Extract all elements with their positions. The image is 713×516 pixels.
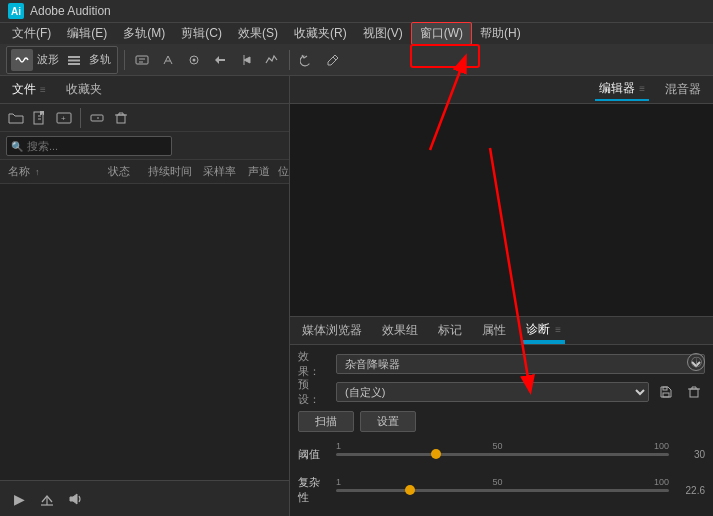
svg-rect-3 [136,56,148,64]
toolbar-btn-4[interactable] [209,49,231,71]
title-text: Adobe Audition [30,4,111,18]
toolbar-btn-2[interactable] [157,49,179,71]
svg-rect-18 [117,115,125,123]
search-wrap: 🔍 [6,136,283,156]
left-panel: 文件 ≡ 收藏夹 + + [0,76,290,516]
rename-btn[interactable] [87,108,107,128]
transport-bar: ▶ [0,480,289,516]
toolbar-btn-pen[interactable] [322,49,344,71]
svg-rect-27 [690,389,698,397]
file-tabs: 文件 ≡ 收藏夹 [0,76,289,104]
properties-tab[interactable]: 属性 [478,320,510,341]
bookmark-tab-label: 收藏夹 [66,81,102,98]
threshold-row: 阈值 1 50 100 30 [298,443,705,465]
action-row: 扫描 设置 [298,409,705,433]
toolbar-btn-6[interactable] [261,49,283,71]
file-tab[interactable]: 文件 ≡ [8,79,50,100]
col-channel-header[interactable]: 声道 [248,164,278,179]
threshold-label: 阈值 [298,447,330,462]
complexity-label: 复杂性 [298,475,330,505]
diagnostic-tab-menu[interactable]: ≡ [555,324,561,335]
toolbar-divider-1 [124,50,125,70]
col-state-header[interactable]: 状态 [108,164,148,179]
threshold-section: 阈值 1 50 100 30 [298,443,705,469]
effect-select[interactable]: 杂音降噪器 [336,354,705,374]
svg-rect-1 [68,59,80,61]
file-tab-label: 文件 [12,81,36,98]
bottom-tabs: 媒体浏览器 效果组 标记 属性 诊断 ≡ [290,317,713,345]
menu-view[interactable]: 视图(V) [355,23,411,44]
col-sample-header[interactable]: 采样率 [203,164,248,179]
menu-window[interactable]: 窗口(W) [411,22,472,45]
toolbar-btn-1[interactable] [131,49,153,71]
menu-help[interactable]: 帮助(H) [472,23,529,44]
file-toolbar: + + [0,104,289,132]
diagnostic-tab[interactable]: 诊断 ≡ [522,319,565,342]
toolbar-btn-3[interactable] [183,49,205,71]
complexity-row: 复杂性 1 50 100 22.6 [298,479,705,501]
effect-label: 效果： [298,349,330,379]
svg-point-8 [193,58,196,61]
col-duration-header[interactable]: 持续时间 [148,164,203,179]
diagnostic-content: ⓘ 效果： 杂音降噪器 预设： (自定义) [290,345,713,516]
menu-file[interactable]: 文件(F) [4,23,59,44]
bookmark-tab[interactable]: 收藏夹 [62,79,106,100]
preset-select[interactable]: (自定义) [336,382,649,402]
menu-effects[interactable]: 效果(S) [230,23,286,44]
svg-rect-26 [663,387,667,390]
threshold-value: 30 [675,449,705,460]
scan-btn[interactable]: 扫描 [298,411,354,432]
editor-tab-label: 编辑器 [599,80,635,97]
preset-delete-btn[interactable] [683,381,705,403]
view-mode-group: 波形 多轨 [6,46,118,74]
effect-row: 效果： 杂音降噪器 [298,353,705,375]
effects-group-tab[interactable]: 效果组 [378,320,422,341]
search-input[interactable] [6,136,172,156]
marker-tab[interactable]: 标记 [434,320,466,341]
menu-favorites[interactable]: 收藏夹(R) [286,23,355,44]
main-content: 文件 ≡ 收藏夹 + + [0,76,713,516]
import-btn[interactable]: + [54,108,74,128]
wave-view-btn[interactable] [11,49,33,71]
menu-clip[interactable]: 剪辑(C) [173,23,230,44]
svg-text:+: + [61,114,66,123]
info-icon[interactable]: ⓘ [687,353,705,371]
mixer-tab[interactable]: 混音器 [661,79,705,100]
file-list-header: 名称 ↑ 状态 持续时间 采样率 声道 位 [0,160,289,184]
editor-tabs: 编辑器 ≡ 混音器 [290,76,713,104]
new-file-btn[interactable]: + [30,108,50,128]
svg-rect-0 [68,56,80,58]
play-btn[interactable]: ▶ [8,488,30,510]
preset-row: 预设： (自定义) [298,381,705,403]
export-btn[interactable] [36,488,58,510]
file-toolbar-divider [80,108,81,128]
complexity-slider[interactable] [336,489,669,492]
threshold-marks: 1 50 100 [336,441,669,451]
editor-area [290,104,713,316]
mixer-tab-label: 混音器 [665,81,701,98]
delete-btn[interactable] [111,108,131,128]
menu-edit[interactable]: 编辑(E) [59,23,115,44]
toolbar-btn-undo[interactable] [296,49,318,71]
settings-btn[interactable]: 设置 [360,411,416,432]
file-tab-menu-icon[interactable]: ≡ [40,84,46,95]
file-list-area [0,184,289,480]
sort-icon: ↑ [35,167,40,177]
menu-bar: 文件(F) 编辑(E) 多轨(M) 剪辑(C) 效果(S) 收藏夹(R) 视图(… [0,22,713,44]
open-folder-btn[interactable] [6,108,26,128]
media-browser-tab[interactable]: 媒体浏览器 [298,320,366,341]
multitrack-label: 多轨 [87,52,113,67]
volume-btn[interactable] [64,488,86,510]
app-icon: Ai [8,3,24,19]
threshold-scale: 1 50 100 [336,453,669,456]
multitrack-view-btn[interactable] [63,49,85,71]
editor-tab-menu-icon[interactable]: ≡ [639,83,645,94]
complexity-scale: 1 50 100 [336,489,669,492]
threshold-slider[interactable] [336,453,669,456]
menu-multitrack[interactable]: 多轨(M) [115,23,173,44]
toolbar-btn-5[interactable] [235,49,257,71]
col-name-header[interactable]: 名称 ↑ [8,164,108,179]
preset-save-btn[interactable] [655,381,677,403]
search-icon: 🔍 [11,140,23,151]
editor-tab[interactable]: 编辑器 ≡ [595,78,649,101]
